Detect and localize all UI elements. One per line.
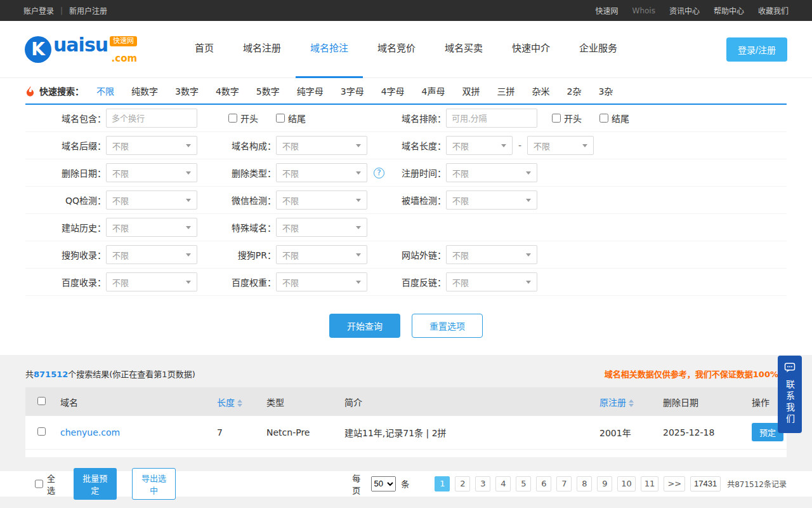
qs-option-3mixed[interactable]: 3杂 [598, 84, 613, 97]
select-all-control[interactable]: 全选 [35, 472, 58, 496]
baidu-include-label: 百度收录： [25, 276, 106, 288]
compose-label: 域名构成： [201, 139, 276, 152]
account-login-link[interactable]: 账户登录 [23, 5, 54, 16]
nav-home[interactable]: 首页 [180, 21, 228, 78]
qs-option-numeric[interactable]: 纯数字 [131, 84, 158, 97]
length-min-value: 不限 [452, 140, 469, 152]
length-range-dash: - [518, 140, 521, 150]
start-search-button[interactable]: 开始查询 [329, 314, 400, 338]
nav-domain-register[interactable]: 域名注册 [228, 21, 296, 78]
include-input[interactable] [106, 109, 197, 128]
qq-select[interactable]: 不限 [106, 190, 197, 210]
baidu-weight-select[interactable]: 不限 [276, 272, 367, 291]
per-page-select[interactable]: 50 [371, 476, 396, 491]
exclude-start-checkbox[interactable] [552, 114, 561, 123]
special-select[interactable]: 不限 [276, 218, 367, 237]
suffix-value: 不限 [112, 140, 129, 152]
wechat-select[interactable]: 不限 [276, 190, 367, 210]
deldate-select[interactable]: 不限 [106, 163, 197, 182]
col-reg-sort[interactable]: 原注册 [596, 387, 660, 416]
qs-option-3alpha[interactable]: 3字母 [341, 84, 364, 97]
nav-domain-trade[interactable]: 域名买卖 [430, 21, 497, 78]
topbar-link-favorite[interactable]: 收藏我们 [758, 5, 789, 16]
qs-option-mixed[interactable]: 杂米 [532, 84, 550, 97]
exclude-input[interactable] [446, 109, 537, 128]
col-length-sort[interactable]: 长度 [214, 387, 263, 416]
compose-select[interactable]: 不限 [276, 136, 367, 155]
sogou-include-select[interactable]: 不限 [106, 245, 197, 264]
header-select-all-checkbox[interactable] [37, 397, 46, 405]
topbar-link-help[interactable]: 帮助中心 [714, 5, 744, 16]
topbar-link-whois[interactable]: Whois [632, 6, 655, 15]
qs-option-2mixed[interactable]: 2杂 [567, 84, 582, 97]
page-button-7[interactable]: 7 [556, 476, 572, 491]
flame-icon [25, 85, 35, 97]
logo[interactable]: K uaisu 快速网 .com [25, 36, 155, 63]
deltype-select[interactable]: 不限 [276, 163, 367, 182]
page-button-10[interactable]: 10 [617, 476, 636, 491]
outlink-select[interactable]: 不限 [446, 245, 537, 264]
qs-option-4alpha[interactable]: 4字母 [381, 84, 405, 97]
baidu-backlink-select[interactable]: 不限 [446, 272, 537, 291]
export-selected-button[interactable]: 导出选中 [132, 468, 176, 500]
page-button-2[interactable]: 2 [455, 476, 470, 491]
nav-domain-backorder[interactable]: 域名抢注 [296, 21, 363, 78]
regtime-value: 不限 [452, 167, 469, 179]
sort-icon[interactable] [237, 399, 242, 407]
sort-icon[interactable] [629, 399, 634, 407]
include-start-checkbox[interactable] [228, 114, 237, 123]
domain-link[interactable]: chenyue.com [60, 427, 120, 438]
qs-option-any[interactable]: 不限 [96, 84, 114, 97]
nav-enterprise[interactable]: 企业服务 [565, 21, 632, 78]
length-min-select[interactable]: 不限 [446, 136, 513, 155]
select-all-checkbox[interactable] [35, 479, 43, 488]
batch-book-button[interactable]: 批量预定 [74, 468, 117, 500]
qs-option-4initial[interactable]: 4声母 [422, 84, 445, 97]
include-end-checkbox[interactable] [276, 114, 285, 123]
history-select[interactable]: 不限 [106, 218, 197, 237]
qs-option-3pin[interactable]: 三拼 [497, 84, 515, 97]
include-end-check[interactable]: 结尾 [276, 112, 306, 124]
nav-domain-auction[interactable]: 域名竞价 [363, 21, 430, 78]
suffix-select[interactable]: 不限 [106, 136, 197, 155]
page-button-8[interactable]: 8 [577, 476, 592, 491]
length-max-select[interactable]: 不限 [527, 136, 594, 155]
contact-us-widget[interactable]: 联系我们 [778, 356, 802, 433]
page-button-3[interactable]: 3 [475, 476, 490, 491]
new-user-register-link[interactable]: 新用户注册 [69, 5, 107, 16]
topbar-link-news[interactable]: 资讯中心 [669, 5, 700, 16]
sogou-include-label: 搜狗收录： [25, 248, 106, 261]
page-button-9[interactable]: 9 [597, 476, 612, 491]
qs-option-alpha[interactable]: 纯字母 [297, 84, 324, 97]
login-register-button[interactable]: 登录/注册 [726, 37, 787, 62]
length-max-value: 不限 [534, 140, 550, 152]
include-end-label: 结尾 [288, 112, 306, 124]
row-checkbox[interactable] [37, 427, 46, 436]
contact-us-label: 联系我们 [783, 380, 796, 425]
page-button-11[interactable]: 11 [641, 476, 659, 491]
exclude-start-check[interactable]: 开头 [552, 112, 582, 124]
special-value: 不限 [282, 222, 299, 234]
page-button-6[interactable]: 6 [536, 476, 551, 491]
page-button-5[interactable]: 5 [516, 476, 531, 491]
sogou-pr-select[interactable]: 不限 [276, 245, 367, 264]
qs-option-2pin[interactable]: 双拼 [462, 84, 480, 97]
topbar-link-kuaisu[interactable]: 快速网 [596, 5, 619, 16]
baidu-include-select[interactable]: 不限 [106, 272, 197, 291]
qs-option-3num[interactable]: 3数字 [175, 84, 199, 97]
page-button-1[interactable]: 1 [435, 476, 450, 491]
regtime-select[interactable]: 不限 [446, 163, 537, 182]
page-button-4[interactable]: 4 [495, 476, 511, 491]
exclude-end-checkbox[interactable] [599, 114, 608, 123]
next-pages-button[interactable]: >> [664, 476, 685, 491]
wall-select[interactable]: 不限 [446, 190, 537, 210]
qs-option-4num[interactable]: 4数字 [216, 84, 239, 97]
filter-group-compose: 域名构成： 不限 [201, 132, 367, 159]
chevron-down-icon [356, 171, 361, 175]
qs-option-5num[interactable]: 5数字 [256, 84, 280, 97]
reset-options-button[interactable]: 重置选项 [412, 314, 483, 338]
nav-escrow[interactable]: 快速中介 [497, 21, 565, 78]
exclude-end-check[interactable]: 结尾 [599, 112, 629, 124]
page-jump-input[interactable] [690, 476, 721, 491]
include-start-check[interactable]: 开头 [228, 112, 258, 124]
